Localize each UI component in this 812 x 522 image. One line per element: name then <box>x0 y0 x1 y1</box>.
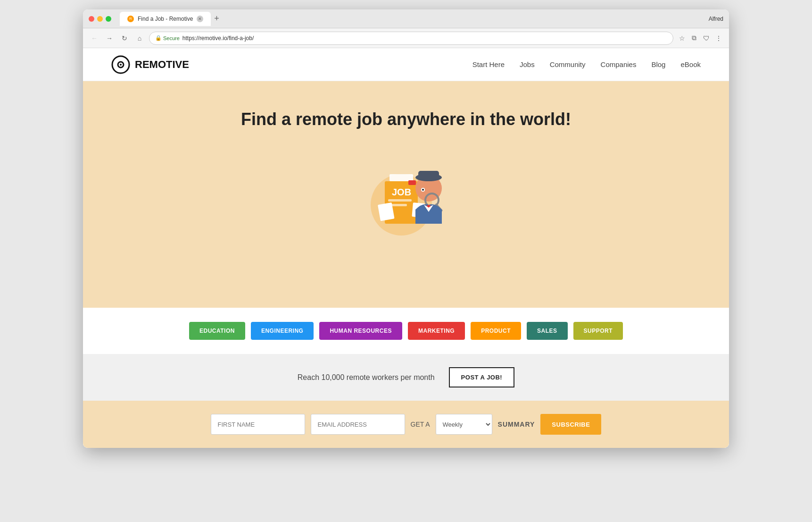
svg-rect-7 <box>388 199 412 202</box>
svg-rect-18 <box>408 180 416 185</box>
browser-titlebar: R Find a Job - Remotive ✕ + Alfred <box>83 9 729 28</box>
shield-icon[interactable]: 🛡 <box>702 34 711 43</box>
star-icon[interactable]: ☆ <box>677 34 687 43</box>
nav-links: Start Here Jobs Community Companies Blog… <box>472 60 701 68</box>
active-tab[interactable]: R Find a Job - Remotive ✕ <box>120 12 211 26</box>
tab-close-button[interactable]: ✕ <box>197 16 203 22</box>
nav-community[interactable]: Community <box>550 60 586 68</box>
nav-companies[interactable]: Companies <box>601 60 637 68</box>
toolbar-actions: ☆ ⧉ 🛡 ⋮ <box>677 34 723 43</box>
email-input[interactable] <box>311 414 405 435</box>
layers-icon[interactable]: ⧉ <box>689 34 699 43</box>
logo-icon <box>111 55 130 74</box>
hero-title: Find a remote job anywhere in the world! <box>241 109 571 129</box>
secure-label: Secure <box>163 35 180 41</box>
browser-toolbar: ← → ↻ ⌂ 🔒 Secure https://remotive.io/fin… <box>83 28 729 48</box>
traffic-lights <box>89 16 111 22</box>
logo-text: REMOTIVE <box>135 59 189 71</box>
post-job-button[interactable]: POST A JOB! <box>449 367 515 387</box>
hero-illustration: JOB <box>359 148 453 243</box>
category-human-resources[interactable]: HUMAN RESOURCES <box>319 322 402 340</box>
site-nav: REMOTIVE Start Here Jobs Community Compa… <box>83 48 729 81</box>
nav-start-here[interactable]: Start Here <box>472 60 505 68</box>
tab-favicon: R <box>127 16 134 22</box>
nav-ebook[interactable]: eBook <box>680 60 701 68</box>
get-a-label: GET A <box>411 421 430 428</box>
svg-text:JOB: JOB <box>392 187 411 197</box>
newsletter-section: GET A Weekly Daily Monthly SUMMARY SUBSC… <box>83 401 729 448</box>
summary-label: SUMMARY <box>498 421 535 428</box>
category-education[interactable]: EDUCATION <box>189 322 245 340</box>
post-job-section: Reach 10,000 remote workers per month PO… <box>83 354 729 401</box>
refresh-button[interactable]: ↻ <box>119 33 130 44</box>
logo[interactable]: REMOTIVE <box>111 55 189 74</box>
url-text: https://remotive.io/find-a-job/ <box>182 35 254 42</box>
home-button[interactable]: ⌂ <box>134 33 145 44</box>
first-name-input[interactable] <box>211 414 305 435</box>
svg-rect-13 <box>418 171 439 180</box>
nav-blog[interactable]: Blog <box>651 60 665 68</box>
category-product[interactable]: PRODUCT <box>471 322 521 340</box>
tab-bar: R Find a Job - Remotive ✕ + <box>120 12 705 26</box>
close-button[interactable] <box>89 16 94 22</box>
post-job-text: Reach 10,000 remote workers per month <box>298 373 435 382</box>
category-marketing[interactable]: MARKETING <box>408 322 465 340</box>
subscribe-button[interactable]: SUBSCRIBE <box>540 414 601 435</box>
tab-title: Find a Job - Remotive <box>138 16 193 22</box>
maximize-button[interactable] <box>106 16 111 22</box>
category-sales[interactable]: SALES <box>527 322 568 340</box>
frequency-select[interactable]: Weekly Daily Monthly <box>436 414 492 435</box>
category-engineering[interactable]: ENGINEERING <box>251 322 314 340</box>
svg-point-2 <box>120 64 122 66</box>
website-content: REMOTIVE Start Here Jobs Community Compa… <box>83 48 729 448</box>
svg-point-15 <box>422 189 424 191</box>
menu-icon[interactable]: ⋮ <box>714 34 723 43</box>
nav-jobs[interactable]: Jobs <box>520 60 535 68</box>
svg-rect-9 <box>378 202 395 221</box>
svg-rect-5 <box>389 174 413 181</box>
address-bar[interactable]: 🔒 Secure https://remotive.io/find-a-job/ <box>149 32 673 45</box>
secure-badge: 🔒 Secure <box>155 35 180 41</box>
new-tab-button[interactable]: + <box>211 13 222 25</box>
category-support[interactable]: SUPPORT <box>573 322 623 340</box>
hero-section: Find a remote job anywhere in the world!… <box>83 81 729 308</box>
minimize-button[interactable] <box>97 16 103 22</box>
hero-svg: JOB <box>359 148 453 243</box>
forward-button[interactable]: → <box>104 33 115 44</box>
back-button[interactable]: ← <box>89 33 100 44</box>
categories-section: EDUCATION ENGINEERING HUMAN RESOURCES MA… <box>83 308 729 354</box>
user-label: Alfred <box>709 16 723 22</box>
lock-icon: 🔒 <box>155 35 162 41</box>
